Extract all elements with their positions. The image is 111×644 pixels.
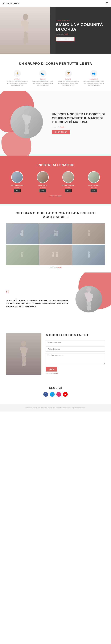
accessible-credit: Immagini da Freepik [6,266,105,268]
join-credit: Immagine da Freepik [52,126,105,128]
trainer-card-1: NICK DAVIS Allenatore BIO [32,171,54,192]
accessible-heading: CREDIAMO CHE LA CORSA DEBBA ESSERE ACCES… [6,211,105,219]
hero-credit: Immagine da Freepik [56,33,107,35]
group-section: UN GRUPPO DI CORSA PER TUTTE LE ETÀ 🏃 A … [0,54,111,91]
group-heading: UN GRUPPO DI CORSA PER TUTTE LE ETÀ [6,62,105,66]
quote-runner-image [76,286,102,312]
svg-rect-20 [88,233,90,236]
feature-label-1: CORSA [40,78,46,80]
trainers-section: I NOSTRI ALLENATORI AMANDA SMITH Allenat… [0,156,111,204]
photo-3 [6,245,39,266]
message-field[interactable] [46,353,105,364]
social-icons-container: f t i ▶ [6,392,105,397]
hero-background: CORRI CON NOI SIAMO UNA COMUNITÀ DI CORS… [0,7,111,54]
twitter-icon[interactable]: t [50,392,54,397]
trainer-bio-btn-3[interactable]: BIO [90,189,97,192]
join-image-area [6,100,47,147]
footer-text: sample text. sample text. sample text. s… [6,407,105,408]
hero-overlay: CORRI CON NOI SIAMO UNA COMUNITÀ DI CORS… [50,7,111,54]
feature-label-2: INTERO [65,78,71,80]
trainer-avatar-2 [62,171,74,183]
svg-point-21 [21,252,23,254]
trainer-role-1: Allenatore [40,186,46,188]
trainer-name-3: PATRIK FRANK [88,184,100,186]
feature-item-3: 👥 COMUNITÀ Sample text. Click to select … [82,70,105,86]
join-button[interactable]: ISCRIVITI ORA [52,130,70,134]
feature-item-2: 🏋️ INTERO Sample text. Click to select t… [57,70,80,86]
submit-button[interactable]: INVIA [46,367,57,372]
trainer-name-1: NICK DAVIS [38,184,47,186]
feature-icon-0: 🏃 [14,70,21,77]
trainer-avatar-0 [11,171,23,183]
navbar: BLOG IN CORSO ☰ [0,0,111,7]
feature-label-0: A PIEDI [14,78,20,80]
svg-rect-17 [54,233,56,236]
trainer-card-3: PATRIK FRANK Allenatore BIO [82,171,105,192]
photo-2 [72,223,105,244]
trainer-name-0: AMANDA SMITH [11,184,23,186]
footer: sample text. sample text. sample text. s… [0,404,111,412]
feature-icon-2: 🏋️ [65,70,72,77]
social-heading: SEGUICI [6,386,105,390]
photo-1 [39,223,72,244]
trainers-grid: AMANDA SMITH Allenatore BIO NICK DAVIS A… [6,171,105,192]
trainer-role-2: Allenatore [65,186,71,188]
name-field[interactable] [46,340,105,345]
svg-point-36 [21,341,26,346]
menu-icon[interactable]: ☰ [106,2,108,5]
contact-credit: Immagine da Freepik [46,373,105,374]
contact-form-area: MODULO DI CONTATTO INVIA Immagine da Fre… [46,333,105,374]
hero-title: SIAMO UNA COMUNITÀ DI CORSA [56,22,107,32]
trainer-bio-btn-1[interactable]: BIO [39,189,46,192]
svg-point-6 [24,109,29,114]
quote-content: “ QUESTA È LA BELLEZZA DELLA PISTA. CI C… [6,290,72,308]
join-runner-image [10,106,43,138]
trainer-role-3: Allenatore [91,186,97,188]
feature-label-3: COMUNITÀ [90,78,98,80]
svg-point-24 [56,252,58,254]
social-section: SEGUICI f t i ▶ [0,382,111,404]
svg-point-19 [88,230,90,232]
hero-cta-button[interactable]: UNISCITI A NOI [56,37,75,42]
facebook-icon[interactable]: f [43,392,48,397]
hero-runner-image [0,7,50,54]
svg-rect-22 [21,254,23,258]
feature-text-2: Sample text. Click to select the text bo… [57,80,80,86]
quote-mark: “ [6,290,70,297]
svg-rect-18 [56,233,58,236]
email-field[interactable] [46,346,105,352]
svg-point-12 [21,230,24,233]
svg-point-0 [23,14,28,20]
photos-grid [6,223,105,266]
contact-section: 7A 4 MODULO DI CONTATTO INVIA Immagine d… [0,326,111,382]
svg-rect-26 [56,254,58,257]
trainer-card-2: MEGAN CONWAY Allenatore BIO [57,171,80,192]
youtube-icon[interactable]: ▶ [63,392,68,397]
feature-text-3: Sample text. Click to select the text bo… [82,80,105,86]
feature-icon-3: 👥 [90,70,98,77]
instagram-icon[interactable]: i [56,392,61,397]
svg-point-15 [54,230,56,232]
trainer-bio-btn-2[interactable]: BIO [65,189,72,192]
feature-item-1: 👟 CORSA Sample text. Click to select the… [32,70,54,86]
photo-5 [72,245,105,266]
trainer-name-2: MEGAN CONWAY [62,184,75,186]
join-heading: UNISCITI A NOI PER LE CORSE DI GRUPPO GR… [52,112,105,124]
contact-image: 7A 4 [6,333,42,374]
feature-icon-1: 👟 [39,70,46,77]
svg-point-27 [88,251,90,254]
site-logo: BLOG IN CORSO [3,2,20,4]
hero-section: CORRI CON NOI SIAMO UNA COMUNITÀ DI CORS… [0,7,111,54]
trainer-role-0: Allenatore [14,186,20,188]
accessible-section: CREDIAMO CHE LA CORSA DEBBA ESSERE ACCES… [0,204,111,268]
trainer-bio-btn-0[interactable]: BIO [14,189,20,192]
trainer-card-0: AMANDA SMITH Allenatore BIO [6,171,28,192]
feature-text-1: Sample text. Click to select the text bo… [32,80,54,86]
feature-text-0: Sample text. Click to select the text bo… [6,80,28,86]
quote-image-area [72,281,105,317]
quote-text: QUESTA È LA BELLEZZA DELLA PISTA. CI CIR… [6,299,70,308]
feature-item-0: 🏃 A PIEDI Sample text. Click to select t… [6,70,28,86]
svg-point-29 [86,287,91,292]
svg-point-16 [56,230,58,233]
svg-rect-28 [88,254,90,258]
